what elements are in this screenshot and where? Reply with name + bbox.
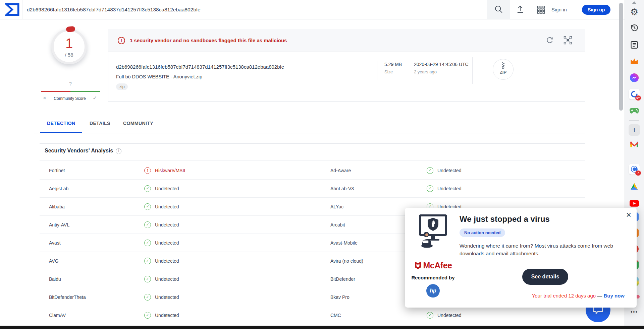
virustotal-logo-icon[interactable] [5,3,20,16]
top-bar: d2b698266fafc1316feb587cbf7d714837d14125… [0,0,625,19]
trial-status-line: Your trial ended 12 days ago — Buy now [532,293,625,299]
result-text: Undetected [155,240,179,246]
games-controller-icon[interactable] [629,105,640,117]
recommended-by-label: Recommended by [410,275,457,280]
reanalyze-icon[interactable] [545,36,554,45]
messenger-icon[interactable] [629,72,640,83]
sidebar-scroll-up-icon[interactable] [632,1,637,4]
sidebar-more-icon[interactable]: ••• [628,309,641,315]
file-name: Full bộ DDOS WEBSITE - Anonyviet.zip [116,74,202,79]
detection-result: ✓Undetected [144,252,179,270]
close-icon[interactable]: × [626,210,631,220]
result-text: Undetected [155,294,179,300]
add-sidebar-item-button[interactable]: + [629,124,640,136]
vertical-scrollbar[interactable] [619,3,623,111]
file-size-value: 5.29 MB [384,62,402,67]
similar-files-icon[interactable] [564,36,572,45]
window-bottom-edge [0,326,644,329]
info-icon[interactable]: i [116,148,121,154]
shield-monitor-illustration [416,214,450,251]
result-text: Riskware/MSIL [155,168,186,173]
search-icon[interactable] [494,5,503,14]
detection-result: ✓Undetected [144,306,179,324]
detection-result: ✓Undetected [144,180,179,198]
history-icon[interactable] [629,22,640,34]
divider [22,0,22,19]
coccoc-browser-icon[interactable]: 7 [629,163,640,175]
result-text: Undetected [155,222,179,227]
result-text: Undetected [155,313,179,318]
tab-detection[interactable]: DETECTION [47,121,75,126]
gmail-icon[interactable] [629,139,640,150]
vendor-name: Avast [49,234,61,252]
vote-malicious-icon[interactable]: × [40,95,50,102]
search-query-input[interactable]: d2b698266fafc1316feb587cbf7d714837d14125… [27,0,201,19]
vendor-name: ClamAV [49,306,66,324]
vendor-name: CMC [330,306,341,324]
check-icon: ✓ [144,294,151,301]
vendor-name: Antiy-AVL [49,216,69,234]
vendor-name: Fortinet [49,161,65,180]
vendor-name: BitDefenderTheta [49,288,86,306]
detection-result: ✓Undetected [144,198,179,216]
reading-list-icon[interactable] [629,39,640,51]
popup-body-text: Wondering where it came from? Most virus… [460,242,630,257]
buy-now-link[interactable]: Buy now [604,293,625,299]
result-text: Undetected [437,168,462,173]
no-action-badge: No action needed [460,228,505,237]
settings-gear-icon[interactable]: ⚙ [629,6,640,18]
vendor-name: Baidu [49,270,61,288]
divider [408,61,408,80]
result-text: Undetected [437,186,462,191]
google-drive-icon[interactable] [629,181,640,192]
crown-icon[interactable] [629,56,640,67]
detections-count: 1 [54,36,85,51]
detection-result: ✓Undetected [144,216,179,234]
analysis-date-ago: 2 years ago [414,69,469,74]
file-size-block: 5.29 MB Size [384,62,402,74]
bar-negative [41,91,70,92]
check-icon: ✓ [144,258,151,264]
detection-result: ✓Undetected [144,288,179,306]
analysis-date-block: 2020-03-29 14:45:06 UTC 2 years ago [414,62,469,74]
vendor-name: AhnLab-V3 [330,180,354,198]
community-score-bar [41,91,100,92]
notification-badge: 7 [635,171,641,176]
result-text: Undetected [155,186,179,191]
table-row: Fortinet !Riskware/MSIL Ad-Aware ✓Undete… [40,161,585,180]
result-text: Undetected [437,313,462,318]
mcafee-popup: × McAfee Recommended by [405,208,637,308]
section-title: Security Vendors' Analysis [45,148,113,154]
check-icon: ✓ [144,221,151,228]
result-text: Undetected [155,258,179,264]
see-details-button[interactable]: See details [522,269,568,285]
alert-icon: ! [118,37,125,44]
vote-harmless-icon[interactable]: ✓ [90,95,100,101]
vendor-name: BitDefender [330,270,355,288]
sidebar-divider [629,120,639,121]
sign-up-button[interactable]: Sign up [582,5,610,15]
sign-in-link[interactable]: Sign in [551,0,567,19]
result-text: Undetected [155,276,179,282]
file-tag-zip[interactable]: zip [116,83,128,90]
youtube-icon[interactable] [629,198,640,209]
mcafee-shield-icon [414,262,422,270]
alert-icon: ! [144,167,151,174]
tab-details[interactable]: DETAILS [90,121,110,126]
vendor-name: Avast-Mobile [330,234,358,252]
virustotal-page: d2b698266fafc1316feb587cbf7d714837d14125… [0,0,644,329]
divider [40,160,585,160]
apps-grid-icon[interactable] [537,5,546,15]
vendor-name: Ad-Aware [330,161,351,180]
vendor-name: Alibaba [49,198,65,216]
tab-community[interactable]: COMMUNITY [123,121,153,126]
check-icon: ✓ [144,312,151,319]
app-5plus-icon[interactable]: 5+ [629,88,640,100]
upload-icon[interactable] [516,5,525,14]
check-icon: ✓ [144,185,151,192]
warning-text: 1 security vendor and no sandboxes flagg… [130,29,287,52]
detection-result: ✓Undetected [427,161,462,180]
warning-banner: ! 1 security vendor and no sandboxes fla… [108,29,585,52]
vendor-name: AVG [49,252,59,270]
vendor-name: Arcabit [330,216,345,234]
